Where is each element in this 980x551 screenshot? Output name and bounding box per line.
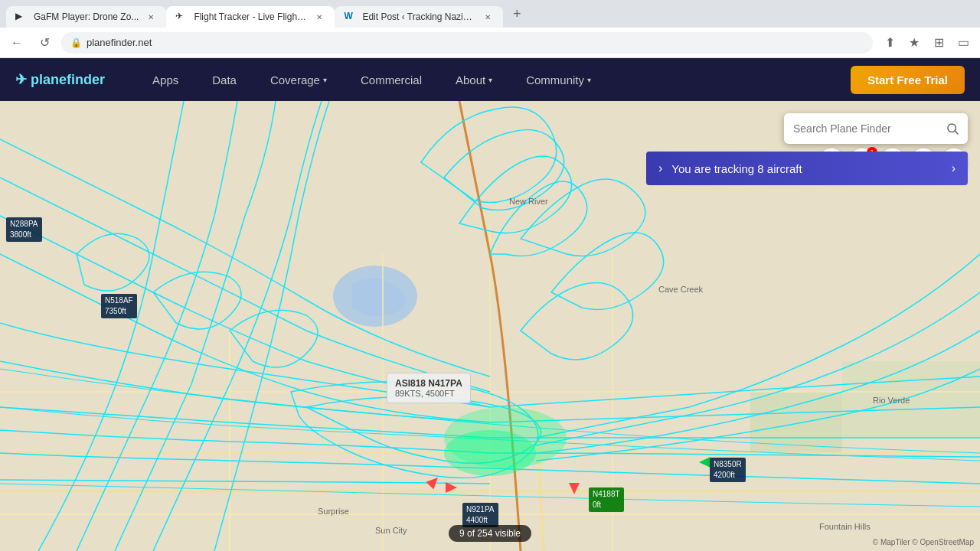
label-rio-verde: Rio Verde (873, 396, 910, 405)
site-logo[interactable]: ✈ planefinder (15, 71, 105, 88)
tab-title-ft: Flight Tracker - Live Flight... (194, 11, 307, 22)
tab-favicon-wp: W (344, 11, 356, 23)
svg-point-13 (444, 430, 536, 476)
lock-icon: 🔒 (70, 37, 82, 48)
new-tab-button[interactable]: + (506, 3, 528, 24)
aircraft-label-n4188t[interactable]: N4188T 0ft (589, 487, 624, 512)
tab-flighttracker[interactable]: ✈ Flight Tracker - Live Flight... ✕ (166, 6, 335, 28)
nav-coverage-label: Coverage (270, 73, 320, 86)
nav-commercial-label: Commercial (361, 73, 422, 86)
search-button[interactable] (937, 113, 968, 144)
back-button[interactable]: ← (6, 32, 28, 54)
aircraft-popup[interactable]: ASI818 N417PA 89KTS, 4500FT (387, 373, 471, 403)
label-cave-creek: Cave Creek (658, 285, 703, 294)
popup-line2: 89KTS, 4500FT (395, 389, 462, 398)
share-button[interactable]: ⬆ (879, 32, 900, 54)
address-text: planefinder.net (87, 37, 152, 48)
logo-plane-icon: ✈ (15, 72, 27, 87)
nav-community-label: Community (526, 73, 584, 86)
start-free-trial-button[interactable]: Start Free Trial (851, 66, 965, 94)
nav-community[interactable]: Community ▾ (509, 58, 608, 101)
tab-bar: ▶ GaFM Player: Drone Zo... ✕ ✈ Flight Tr… (0, 0, 980, 28)
browser-bookmark-button[interactable]: ★ (903, 32, 925, 54)
nav-links: Apps Data Coverage ▾ Commercial About ▾ … (136, 58, 851, 101)
label-surprise: Surprise (318, 507, 349, 516)
app: ✈ planefinder Apps Data Coverage ▾ Comme… (0, 58, 980, 551)
map-copyright: © MapTiler © OpenStreetMap (873, 538, 974, 546)
nav-about[interactable]: About ▾ (439, 58, 509, 101)
tab-favicon-gavm: ▶ (15, 11, 28, 23)
nav-bar: ← ↺ 🔒 planefinder.net ⬆ ★ ⊞ ▭ (0, 28, 980, 58)
aircraft-label-n518af[interactable]: N518AF 7350ft (101, 294, 137, 318)
svg-rect-3 (842, 361, 980, 438)
svg-point-18 (948, 124, 956, 132)
search-icon (946, 122, 959, 135)
popup-line1: ASI818 N417PA (395, 378, 462, 389)
tab-close-gavm[interactable]: ✕ (145, 11, 157, 23)
tab-wordpress[interactable]: W Edit Post ‹ Tracking Nazio... ✕ (335, 6, 503, 28)
aircraft-id-n4188t: N4188T (593, 489, 620, 500)
aircraft-alt-n288pa: 3800ft (10, 230, 38, 240)
address-bar[interactable]: 🔒 planefinder.net (61, 32, 873, 54)
aircraft-label-n288pa[interactable]: N288PA 3800ft (6, 217, 42, 242)
nav-apps-label: Apps (152, 73, 178, 86)
tab-gafm[interactable]: ▶ GaFM Player: Drone Zo... ✕ (6, 6, 166, 28)
visible-counter: 9 of 254 visible (449, 525, 531, 542)
logo-text: planefinder (31, 72, 105, 87)
tab-close-ft[interactable]: ✕ (313, 11, 325, 23)
browser-chrome: ▶ GaFM Player: Drone Zo... ✕ ✈ Flight Tr… (0, 0, 980, 58)
tab-close-wp[interactable]: ✕ (482, 11, 494, 23)
aircraft-alt-n4188t: 0ft (593, 500, 620, 510)
tab-favicon-ft: ✈ (175, 11, 188, 23)
label-fountain-hills: Fountain Hills (819, 522, 871, 531)
svg-line-19 (955, 131, 958, 134)
search-bar (784, 113, 968, 144)
map-container[interactable]: New River Cave Creek Surprise Sun City R… (0, 101, 980, 551)
search-input[interactable] (784, 122, 937, 135)
aircraft-alt-n518af: 7350ft (105, 306, 133, 317)
aircraft-label-n921pa[interactable]: N921PA 4400ft (462, 503, 498, 527)
coverage-chevron-icon: ▾ (323, 76, 327, 84)
tab-title-gavm: GaFM Player: Drone Zo... (34, 11, 139, 22)
aircraft-label-n8350r[interactable]: N8350R 4200ft (710, 458, 746, 482)
tracking-banner-text: You are tracking 8 aircraft (671, 162, 802, 175)
nav-data[interactable]: Data (195, 58, 253, 101)
reload-button[interactable]: ↺ (34, 32, 55, 54)
browser-nav-actions: ⬆ ★ ⊞ ▭ (879, 32, 974, 54)
tablet-button[interactable]: ▭ (952, 32, 974, 54)
tracking-banner[interactable]: › You are tracking 8 aircraft › (646, 152, 968, 185)
label-sun-city: Sun City (375, 526, 407, 535)
about-chevron-icon: ▾ (488, 76, 492, 84)
aircraft-id-n8350r: N8350R (714, 459, 742, 470)
nav-data-label: Data (212, 73, 237, 86)
nav-commercial[interactable]: Commercial (344, 58, 439, 101)
nav-apps[interactable]: Apps (136, 58, 195, 101)
site-navbar: ✈ planefinder Apps Data Coverage ▾ Comme… (0, 58, 980, 101)
aircraft-alt-n921pa: 4400ft (466, 515, 495, 526)
tab-title-wp: Edit Post ‹ Tracking Nazio... (362, 11, 475, 22)
nav-coverage[interactable]: Coverage ▾ (253, 58, 344, 101)
nav-about-label: About (456, 73, 485, 86)
community-chevron-icon: ▾ (587, 76, 591, 84)
aircraft-id-n288pa: N288PA (10, 219, 38, 230)
aircraft-alt-n8350r: 4200ft (714, 470, 742, 481)
tab-grid-button[interactable]: ⊞ (928, 32, 949, 54)
aircraft-id-n518af: N518AF (105, 295, 133, 306)
label-new-river: New River (509, 197, 548, 206)
tracking-banner-left-arrow-icon: › (658, 161, 662, 175)
tracking-banner-right-arrow-icon: › (952, 161, 956, 175)
aircraft-id-n921pa: N921PA (466, 504, 495, 515)
